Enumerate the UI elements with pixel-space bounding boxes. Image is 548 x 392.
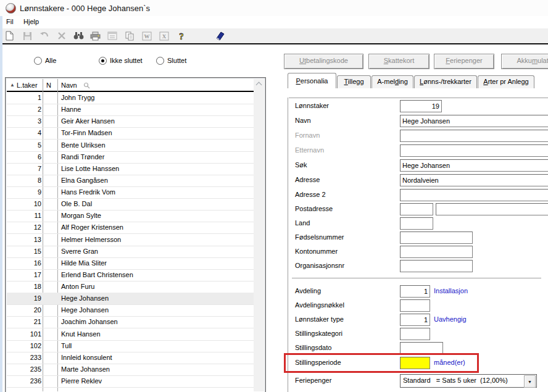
radio-alle[interactable] [34,57,42,65]
radio-sluttet[interactable] [156,57,164,65]
table-row[interactable]: 1John Trygg [7,92,254,104]
column-header-navn[interactable]: Navn [61,81,77,89]
ltaker-cell: 102 [7,342,41,349]
column-header-ltaker[interactable]: L.taker [17,81,38,89]
kontonummer-input[interactable] [400,246,473,258]
table-row[interactable]: 4Tor-Finn Madsen [7,127,254,140]
table-row[interactable]: 15Sverre Gran [7,246,254,258]
navn-input[interactable] [400,115,548,127]
ltaker-cell: 11 [7,212,41,219]
table-row[interactable]: 8Elna Gangåsen [7,175,254,187]
navn-cell: Marte Johansen [61,365,110,373]
table-row[interactable]: 21Joachim Johansen [7,316,254,328]
feriepenger-dropdown[interactable]: Standard = Sats 5 uker (12,00%) ▼ [400,374,537,388]
tab-tillegg[interactable]: Tillegg [337,75,371,88]
table-row[interactable]: 17Erlend Bart Christensen [7,269,254,281]
table-row[interactable]: 5Bente Ulriksen [7,140,254,152]
radio-alle-label[interactable]: Alle [45,57,56,64]
delete-icon[interactable] [56,30,67,41]
ltaker-cell: 7 [7,165,41,172]
menu-item-fil[interactable]: Fil [6,18,14,25]
table-row[interactable]: 233Innleid konsulent [7,352,254,364]
stillingsperiode-input[interactable] [400,357,430,369]
table-row[interactable]: 16Hilde Mia Sliter [7,257,254,270]
navn-cell: Sverre Gran [61,248,98,255]
column-header-n[interactable]: N [46,81,51,89]
table-row[interactable]: 9Hans Fredrik Vom [7,186,254,199]
land-input[interactable] [400,217,433,230]
tab-a-melding[interactable]: A-melding [372,75,413,88]
ltaker-cell: 16 [7,259,41,267]
akkumulator-button[interactable]: Akkumulator [501,54,548,69]
avdelingsnokkel-label: Avdelingsnøkkel [295,301,344,309]
table-row[interactable]: 3Geir Aker Hansen [7,115,254,128]
postnummer-input[interactable] [400,203,433,215]
vertical-scrollbar[interactable] [254,79,264,391]
etternavn-input[interactable] [400,144,548,157]
organisasjonsnr-input[interactable] [400,260,473,272]
stillingsdato-input[interactable] [400,342,443,354]
table-row[interactable]: 102Tull [7,340,254,352]
table-row[interactable]: 12Alf Roger Kristensen [7,222,254,234]
table-header[interactable]: ▲ L.taker N Navn [7,79,254,91]
sok-input[interactable] [400,159,548,172]
lonnstakere-window: Lønnstakere - 000 Hege Johansen`s Fil Hj… [0,0,548,392]
table-row[interactable]: 6Randi Trønder [7,151,254,164]
ltaker-cell: 9 [7,188,41,196]
tab-l-nns-trekkarter[interactable]: Lønns-/trekkarter [414,75,477,88]
avdelingsnokkel-input[interactable] [400,299,430,312]
app-icon [6,3,16,14]
copy-icon[interactable] [124,30,135,41]
table-row[interactable]: 101Knut Hansen [7,328,254,341]
undo-icon[interactable] [39,30,50,41]
help-icon[interactable]: ? [176,30,187,41]
table-row[interactable]: 10Ole B. Dal [7,198,254,211]
find-binoculars-icon[interactable] [73,30,84,41]
table-row[interactable]: 236Pierre Reklev [7,375,254,388]
adresse-input[interactable] [400,174,548,186]
table-row[interactable]: 18Anton Furu [7,281,254,293]
lonnstaker-type-input[interactable] [400,314,430,326]
lonnstaker-type-label: Lønnstaker type [295,315,344,323]
stillingskategori-input[interactable] [400,328,430,340]
print-icon[interactable] [89,30,101,41]
utbetalingskode-button[interactable]: Utbetalingskode [284,54,363,69]
skattekort-button[interactable]: Skattekort [368,54,430,69]
fornavn-input[interactable] [400,130,548,142]
fodselsnummer-input[interactable] [400,231,473,244]
ltaker-cell: 2 [7,106,41,113]
save-icon[interactable] [22,30,33,41]
table-row[interactable]: 2Hanne [7,104,254,116]
navn-cell: Randi Trønder [61,153,104,161]
dropdown-arrow-button[interactable]: ▼ [524,375,536,388]
radio-ikke-sluttet[interactable] [99,57,107,65]
window-left-border [0,16,2,392]
feriepenger-button[interactable]: Feriepenger [434,54,494,69]
lonnstaker-input[interactable] [400,100,442,112]
calendar-icon[interactable] [107,30,118,41]
ltaker-cell: 19 [7,294,41,302]
tab-arter-pr-anlegg[interactable]: Arter pr Anlegg [478,75,534,88]
table-row[interactable]: 7Lise Lotte Hanssen [7,163,254,175]
stillingskategori-label: Stillingskategori [295,330,342,337]
adresse2-input[interactable] [400,189,548,201]
menu-item-hjelp[interactable]: Hjelp [23,18,39,25]
feriepenger-selected-value: Standard = Sats 5 uker (12,00%) [403,377,508,384]
radio-ikke-sluttet-label[interactable]: Ikke sluttet [110,57,143,64]
ltaker-cell: 1 [7,94,41,101]
table-row[interactable]: 20Hege Johansen [7,304,254,317]
table-row[interactable]: 13Helmer Helmersson [7,234,254,246]
svg-text:X: X [162,33,167,40]
poststed-input[interactable] [436,203,548,215]
word-export-icon[interactable]: W [141,30,152,41]
ltaker-cell: 17 [7,271,41,278]
avdeling-input[interactable] [400,285,430,298]
table-row[interactable]: 235Marte Johansen [7,364,254,376]
excel-export-icon[interactable]: X [159,30,170,41]
table-row[interactable]: 19Hege Johansen [7,293,254,305]
tab-personalia[interactable]: Personalia [288,73,336,88]
manual-book-icon[interactable] [214,30,225,41]
table-row[interactable]: 11Morgan Sylte [7,210,254,222]
radio-sluttet-label[interactable]: Sluttet [167,57,186,64]
new-document-icon[interactable] [4,30,15,41]
